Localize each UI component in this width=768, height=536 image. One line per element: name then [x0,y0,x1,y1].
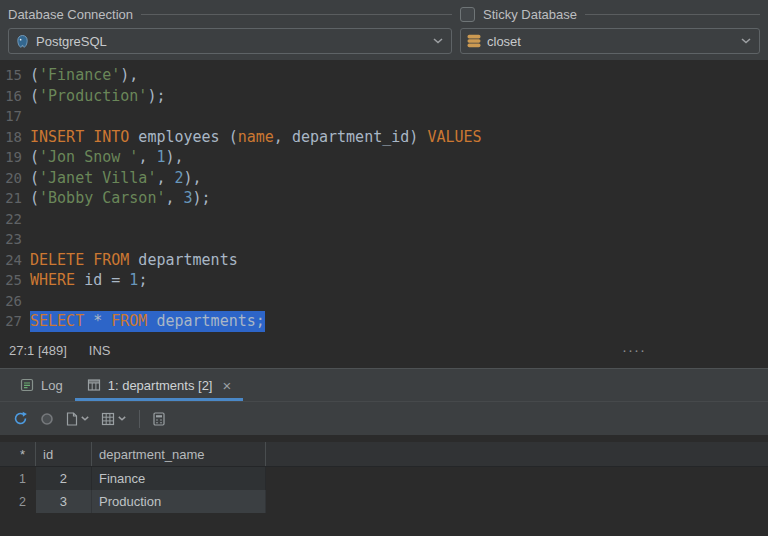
line-number: 21 [0,188,22,209]
stop-circle-icon [40,412,54,426]
sticky-database-value: closet [487,34,521,49]
sticky-database-label: Sticky Database [483,7,577,22]
cell-id[interactable]: 2 [36,467,92,490]
database-icon [467,34,481,48]
sql-editor[interactable]: 15('Finance'),16('Production');17 18INSE… [0,60,768,332]
stop-button[interactable] [35,407,59,431]
code-text [30,209,39,230]
database-console-window: Database Connection Sticky Database Post… [0,0,768,536]
line-number: 16 [0,86,22,107]
code-text: ('Jon Snow ', 1), [30,147,184,168]
editor-line[interactable]: 17 [0,106,768,127]
log-icon [20,378,34,392]
column-header-gutter[interactable]: * [0,442,36,466]
editor-line[interactable]: 26 [0,291,768,312]
editor-line[interactable]: 25WHERE id = 1; [0,270,768,291]
postgresql-icon [15,34,30,49]
toolbar-separator [139,410,140,428]
document-icon [66,412,78,426]
separator-line [585,14,760,15]
refresh-icon [13,411,28,426]
code-text: WHERE id = 1; [30,270,147,291]
editor-status-bar: 27:1 [489] INS ···· [0,332,768,368]
line-number: 17 [0,106,22,127]
titled-separators-row: Database Connection Sticky Database [8,5,760,23]
insert-mode-indicator: INS [89,343,111,358]
view-options-button[interactable] [96,407,131,431]
code-text: ('Finance'), [30,65,138,86]
cell-department-name[interactable]: Production [92,490,266,513]
cell-id[interactable]: 3 [36,490,92,513]
column-header-id[interactable]: id [36,442,92,466]
caret-position: 27:1 [489] [9,343,67,358]
tab-label: 1: departments [2] [108,378,213,393]
grid-icon [101,412,115,426]
chevron-down-icon [741,38,751,44]
calculator-button[interactable] [148,407,170,431]
database-connection-select[interactable]: PostgreSQL [8,28,452,54]
close-icon[interactable]: × [222,378,231,393]
splitter-handle[interactable]: ···· [622,341,646,358]
cell-department-name[interactable]: Finance [92,467,266,490]
tab-result-departments[interactable]: 1: departments [2] × [75,369,244,401]
results-tab-bar: Log 1: departments [2] × [0,368,768,402]
code-text: ('Janet Villa', 2), [30,168,202,189]
editor-line[interactable]: 22 [0,209,768,230]
database-connection-value: PostgreSQL [36,34,107,49]
editor-line[interactable]: 18INSERT INTO employees (name, departmen… [0,127,768,148]
editor-line[interactable]: 21('Bobby Carson', 3); [0,188,768,209]
table-header-row: * id department_name [0,442,768,467]
code-text [30,106,39,127]
code-text [30,291,39,312]
column-header-fill [266,442,768,466]
table-row[interactable]: 12Finance [0,467,768,490]
row-number-cell: 2 [0,490,36,513]
connection-panel: Database Connection Sticky Database Post… [0,0,768,60]
connection-selectors: PostgreSQL closet [8,28,760,54]
database-connection-label: Database Connection [8,7,133,22]
chevron-down-icon [118,416,126,421]
chevron-down-icon [81,416,89,421]
chevron-down-icon [433,38,443,44]
table-body: 12Finance23Production [0,467,768,513]
results-panel: * id department_name 12Finance23Producti… [0,435,768,536]
separator-line [141,14,452,15]
code-text: ('Bobby Carson', 3); [30,188,211,209]
line-number: 20 [0,168,22,189]
cell-fill [266,490,768,513]
code-text [30,229,39,250]
code-text: INSERT INTO employees (name, department_… [30,127,482,148]
code-text: DELETE FROM departments [30,250,238,271]
editor-line[interactable]: 24DELETE FROM departments [0,250,768,271]
editor-line[interactable]: 27SELECT * FROM departments; [0,311,768,332]
editor-line[interactable]: 23 [0,229,768,250]
code-text: ('Production'); [30,86,165,107]
cell-fill [266,467,768,490]
line-number: 15 [0,65,22,86]
tab-label: Log [41,378,63,393]
tab-log[interactable]: Log [8,369,75,401]
line-number: 19 [0,147,22,168]
line-number: 23 [0,229,22,250]
editor-line[interactable]: 19('Jon Snow ', 1), [0,147,768,168]
editor-line[interactable]: 15('Finance'), [0,65,768,86]
refresh-button[interactable] [8,407,33,431]
export-data-button[interactable] [61,407,94,431]
table-row[interactable]: 23Production [0,490,768,513]
calculator-icon [153,412,165,426]
line-number: 24 [0,250,22,271]
results-toolbar [0,402,768,435]
line-number: 22 [0,209,22,230]
sticky-database-select[interactable]: closet [460,28,760,54]
editor-line[interactable]: 16('Production'); [0,86,768,107]
table-icon [87,378,101,392]
row-number-cell: 1 [0,467,36,490]
line-number: 18 [0,127,22,148]
sticky-database-checkbox[interactable] [460,7,475,22]
line-number: 27 [0,311,22,332]
line-number: 26 [0,291,22,312]
editor-line[interactable]: 20('Janet Villa', 2), [0,168,768,189]
line-number: 25 [0,270,22,291]
code-text: SELECT * FROM departments; [30,311,265,332]
column-header-department-name[interactable]: department_name [92,442,266,466]
